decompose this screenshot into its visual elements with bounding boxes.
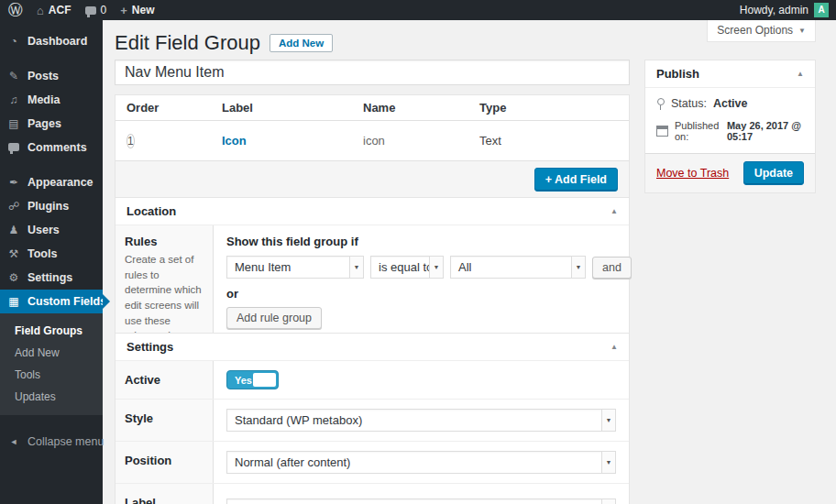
active-toggle[interactable]: Yes [226,370,279,389]
howdy-account-link[interactable]: Howdy, admin [740,4,808,16]
sidebar-item-plugins[interactable]: ☍ Plugins [0,194,103,218]
published-line: Published on: May 26, 2017 @ 05:17 [656,120,804,142]
custom-fields-submenu: Field Groups Add New Tools Updates [0,313,103,415]
plus-icon: + [120,4,127,17]
admin-bar-right: Howdy, admin A [740,3,836,17]
page-title: Edit Field Group [115,31,260,55]
style-select[interactable]: Standard (WP metabox) ▼ [226,409,616,432]
sidebar-item-dashboard[interactable]: ◔ Dashboard [0,29,103,53]
publish-body: Status: Active Published on: May 26, 201… [645,88,815,153]
custom-fields-icon: ▦ [7,295,20,308]
page-header: Edit Field Group Add New [115,31,333,55]
pages-icon: ▤ [7,117,20,130]
rule-value-value: All [451,260,471,274]
screen-options-label: Screen Options [717,24,793,37]
sidebar-item-label: Appearance [28,176,94,189]
select-arrow-icon: ▼ [601,410,615,431]
style-label: Style [116,400,214,441]
submenu-item-add-new[interactable]: Add New [0,342,103,364]
submenu-item-field-groups[interactable]: Field Groups [0,320,103,342]
pin-icon [656,98,665,110]
users-icon: ♟ [7,224,20,236]
collapse-label: Collapse menu [28,435,104,448]
field-row: 1 Icon icon Text [116,121,629,160]
label-placement-label: Label placement [116,484,214,504]
avatar[interactable]: A [814,3,829,17]
active-label: Active [116,361,214,399]
comments-counter[interactable]: 0 [85,4,107,16]
show-if-label: Show this field group if [226,235,632,248]
comments-icon [7,141,20,154]
rule-value-select[interactable]: All ▼ [450,256,586,279]
collapse-panel-icon[interactable]: ▲ [610,207,618,215]
submenu-item-tools[interactable]: Tools [0,364,103,386]
position-value: Normal (after content) [227,455,350,469]
rule-operator-value: is equal to [371,260,429,274]
select-arrow-icon: ▼ [429,257,443,278]
submenu-item-updates[interactable]: Updates [0,386,103,408]
sidebar-item-media[interactable]: ♫ Media [0,88,103,112]
site-name: ACF [49,4,72,16]
site-link[interactable]: ⌂ ACF [37,4,72,17]
sidebar-item-label: Users [28,224,60,236]
admin-bar: Ⓦ ⌂ ACF 0 + New Howdy, admin A [0,0,836,20]
update-button[interactable]: Update [743,161,804,185]
position-select[interactable]: Normal (after content) ▼ [226,451,616,474]
sidebar-item-comments[interactable]: Comments [0,136,103,159]
collapse-panel-icon[interactable]: ▲ [797,70,804,78]
sidebar-item-appearance[interactable]: ✒ Appearance [0,170,103,194]
settings-icon: ⚙ [7,271,20,284]
sidebar-item-users[interactable]: ♟ Users [0,218,103,242]
location-box-header: Location ▲ [116,198,629,225]
comment-count: 0 [101,4,107,16]
appearance-icon: ✒ [7,176,20,189]
collapse-icon: ◄ [7,437,20,446]
dashboard-icon: ◔ [7,35,20,48]
plugins-icon: ☍ [7,200,20,213]
field-order-handle[interactable]: 1 [126,134,135,148]
and-rule-button[interactable]: and [592,257,632,279]
collapse-panel-icon[interactable]: ▲ [610,343,618,351]
sidebar-item-settings[interactable]: ⚙ Settings [0,266,103,290]
sidebar-item-label: Dashboard [28,35,87,48]
sidebar-item-pages[interactable]: ▤ Pages [0,112,103,136]
sidebar-item-label: Pages [28,117,61,130]
rules-title: Rules [125,235,204,248]
new-label: New [132,4,155,16]
rule-param-select[interactable]: Menu Item ▼ [226,256,364,279]
screen-options-tab[interactable]: Screen Options ▼ [707,20,816,42]
setting-row-position: Position Normal (after content) ▼ [116,442,629,484]
settings-box: Settings ▲ Active Yes Style Standard (WP… [115,333,630,504]
comment-bubble-icon [85,6,96,15]
add-field-button[interactable]: + Add Field [534,168,618,192]
label-placement-select[interactable]: Top aligned ▼ [226,499,616,504]
move-to-trash-link[interactable]: Move to Trash [656,167,729,180]
sidebar-item-label: Settings [28,271,72,284]
publish-title: Publish [656,67,699,81]
select-arrow-icon: ▼ [349,257,363,278]
add-rule-group-button[interactable]: Add rule group [226,307,322,329]
status-label: Status: [671,97,707,110]
sidebar-item-label: Custom Fields [28,295,106,308]
sidebar-item-custom-fields[interactable]: ▦ Custom Fields [0,290,103,313]
published-value: May 26, 2017 @ 05:17 [727,120,804,142]
setting-row-style: Style Standard (WP metabox) ▼ [116,400,629,442]
field-name-cell: icon [363,134,479,148]
admin-sidebar: ◔ Dashboard ✎ Posts ♫ Media ▤ Pages Comm… [0,20,103,504]
sidebar-item-posts[interactable]: ✎ Posts [0,64,103,88]
select-arrow-icon: ▼ [601,499,615,504]
wordpress-menu[interactable]: Ⓦ [8,3,23,17]
rule-operator-select[interactable]: is equal to ▼ [370,256,444,279]
wordpress-logo-icon: Ⓦ [8,3,23,17]
add-new-button[interactable]: Add New [270,34,333,52]
sidebar-item-label: Media [28,93,60,106]
field-label-link[interactable]: Icon [222,134,247,148]
collapse-menu-button[interactable]: ◄ Collapse menu [0,430,103,454]
field-group-title-input[interactable] [115,60,630,85]
settings-title: Settings [126,340,173,354]
fields-box: Order Label Name Type 1 Icon icon Text +… [115,94,630,199]
new-content-menu[interactable]: + New [120,4,154,17]
sidebar-item-tools[interactable]: ⚒ Tools [0,242,103,266]
setting-row-label-placement: Label placement Top aligned ▼ [116,484,629,504]
rule-param-value: Menu Item [227,260,291,274]
